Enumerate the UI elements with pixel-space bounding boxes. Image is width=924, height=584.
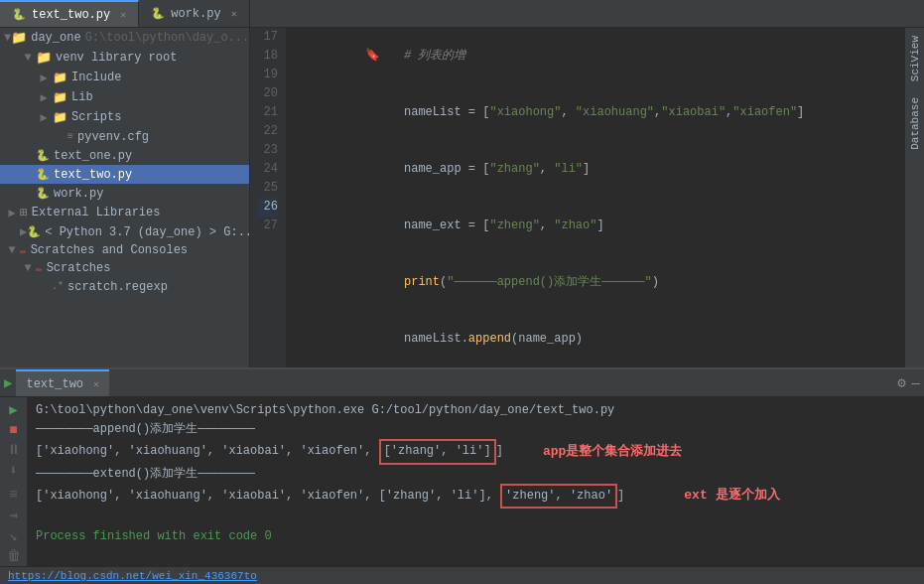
arrow-icon: ▼ [4, 243, 20, 257]
align-right-button[interactable]: ⇥ [4, 507, 24, 523]
code-line-22: 🔖nameList.append(name_app) [294, 311, 904, 367]
line-num-26: 26 [258, 198, 278, 217]
sidebar-label-text-one: text_one.py [54, 149, 132, 163]
output-boxed-zheng-zhao: 'zheng', 'zhao' [500, 484, 617, 509]
tab-work-close-icon[interactable]: ✕ [231, 8, 237, 20]
output-command-line: G:\tool\python\day_one\venv\Scripts\pyth… [36, 401, 916, 420]
editor-area: 17 18 19 20 21 22 23 24 25 26 27 🔖# 列表的增 [250, 28, 904, 367]
line-num-21: 21 [258, 103, 278, 122]
output-list-end: ] [496, 442, 503, 461]
bookmark-icon: 🔖 [365, 49, 380, 63]
code-editor[interactable]: 17 18 19 20 21 22 23 24 25 26 27 🔖# 列表的增 [250, 28, 904, 367]
code-line-17: 🔖# 列表的增 [294, 28, 904, 84]
bottom-panel: ▶ text_two ✕ ⚙ — ▶ ■ ⏸ ⬇ ≡ ⇥ ↘ 🗑 G:\tool… [0, 367, 924, 566]
arrow-icon: ▼ [4, 31, 11, 45]
arrow-icon: ▶ [20, 224, 27, 239]
line-num-20: 20 [258, 84, 278, 103]
output-content[interactable]: G:\tool\python\day_one\venv\Scripts\pyth… [28, 397, 924, 566]
sidebar-item-scratches[interactable]: ▼ ✏ Scratches [0, 259, 249, 277]
code-21: print("——————append()添加学生——————") [404, 275, 659, 289]
code-content[interactable]: 🔖# 列表的增 🔖nameList = ["xiaohong", "xiaohu… [286, 28, 904, 367]
sidebar-label-python37: < Python 3.7 (day_one) > G:... [45, 225, 250, 239]
minimize-icon[interactable]: — [912, 375, 920, 391]
tab-bar: 🐍 text_two.py ✕ 🐍 work.py ✕ [0, 0, 924, 28]
folder-icon: 📁 [52, 89, 67, 105]
sidebar-item-day-one[interactable]: ▼ 📁 day_one G:\tool\python\day_o... [0, 28, 249, 48]
sidebar-item-scripts[interactable]: ▶ 📁 Scripts [0, 107, 249, 127]
sidebar-label-day-one: day_one [31, 31, 80, 45]
sidebar-item-scratch-regexp[interactable]: ▶ .* scratch.regexp [0, 277, 249, 296]
pause-button[interactable]: ⏸ [4, 442, 24, 458]
sidebar-label-scratches: Scratches [47, 261, 111, 275]
py-icon2: 🐍 [151, 7, 165, 20]
sidebar-item-text-one[interactable]: ▶ 🐍 text_one.py [0, 146, 249, 165]
code-20: name_ext = ["zheng", "zhao"] [404, 219, 604, 232]
line-num-19: 19 [258, 66, 278, 84]
cfg-icon: ≡ [67, 131, 73, 142]
line-num-24: 24 [258, 160, 278, 179]
output-process-finished: Process finished with exit code 0 [36, 527, 916, 546]
database-label[interactable]: Database [907, 89, 923, 158]
output-extend-result: ['xiaohong', 'xiaohuang', 'xiaobai', 'xi… [36, 484, 916, 509]
output-annotation1: app是整个集合添加进去 [543, 442, 682, 463]
output-boxed-zhang-li: ['zhang', 'li'] [379, 439, 496, 464]
py-file-icon: 🐍 [36, 149, 50, 162]
sciview-label[interactable]: SciView [907, 28, 923, 89]
sidebar-label-text-two: text_two.py [54, 168, 132, 182]
align-button[interactable]: ≡ [4, 487, 24, 503]
run-icon: ▶ [4, 374, 12, 391]
py-file-icon: 🐍 [36, 168, 50, 181]
arrow-icon: ▼ [20, 51, 36, 65]
stop-button[interactable]: ■ [4, 422, 24, 438]
arrow-icon: ▼ [20, 261, 36, 275]
code-line-18: 🔖nameList = ["xiaohong", "xiaohuang","xi… [294, 84, 904, 141]
output-empty [36, 509, 916, 527]
sidebar-label-venv: venv library root [56, 51, 177, 65]
code-line-20: 🔖name_ext = ["zheng", "zhao"] [294, 198, 904, 254]
regexp-icon: .* [52, 281, 64, 292]
sidebar-label-pyvenv: pyvenv.cfg [77, 130, 149, 144]
sidebar-item-scratches-consoles[interactable]: ▼ ✏ Scratches and Consoles [0, 241, 249, 259]
py-icon: 🐍 [12, 8, 26, 21]
line-num-22: 22 [258, 122, 278, 141]
run-tab-close[interactable]: ✕ [93, 378, 99, 390]
sidebar-label-scratches-consoles: Scratches and Consoles [31, 243, 188, 257]
arrow-icon: ▶ [4, 206, 20, 220]
sidebar-label-work: work.py [54, 187, 103, 201]
output-extend-list-end: ] [617, 487, 624, 506]
sidebar-item-ext-libraries[interactable]: ▶ ⊞ External Libraries [0, 203, 249, 222]
code-19: name_app = ["zhang", "li"] [404, 162, 590, 176]
folder-icon: 📁 [52, 70, 67, 85]
main-area: ▼ 📁 day_one G:\tool\python\day_o... ▼ 📁 … [0, 28, 924, 367]
tab-text-two[interactable]: 🐍 text_two.py ✕ [0, 0, 139, 27]
line-numbers: 17 18 19 20 21 22 23 24 25 26 27 [250, 28, 286, 367]
sidebar-item-python37[interactable]: ▶ 🐍 < Python 3.7 (day_one) > G:... [0, 222, 249, 241]
sidebar-item-include[interactable]: ▶ 📁 Include [0, 68, 249, 87]
sidebar-item-text-two[interactable]: ▶ 🐍 text_two.py [0, 165, 249, 184]
arrow-icon: ▶ [36, 90, 52, 105]
arrow-icon: ▶ [36, 71, 52, 85]
run-button[interactable]: ▶ [4, 401, 24, 418]
folder-icon: 📁 [52, 109, 67, 125]
day-one-path: G:\tool\python\day_o... [85, 31, 250, 45]
sidebar-item-venv[interactable]: ▼ 📁 venv library root [0, 48, 249, 68]
output-list-start: ['xiaohong', 'xiaohuang', 'xiaobai', 'xi… [36, 442, 379, 461]
bottom-controls: ⚙ — [897, 374, 920, 391]
sidebar-item-work[interactable]: ▶ 🐍 work.py [0, 184, 249, 203]
line-num-23: 23 [258, 141, 278, 160]
run-tab-label: text_two [26, 377, 83, 391]
output-annotation2: ext 是逐个加入 [684, 486, 779, 507]
tab-close-icon[interactable]: ✕ [120, 9, 126, 21]
folder-icon: 📁 [36, 50, 52, 66]
scroll-end-button[interactable]: ↘ [4, 527, 24, 544]
run-tab-text-two[interactable]: text_two ✕ [16, 369, 109, 396]
settings-icon[interactable]: ⚙ [897, 374, 905, 391]
clear-button[interactable]: 🗑 [4, 548, 24, 564]
tab-work[interactable]: 🐍 work.py ✕ [139, 0, 249, 27]
sidebar-item-pyvenv[interactable]: ▶ ≡ pyvenv.cfg [0, 127, 249, 146]
step-down-button[interactable]: ⬇ [4, 462, 24, 479]
sidebar-item-lib[interactable]: ▶ 📁 Lib [0, 87, 249, 107]
status-link[interactable]: https://blog.csdn.net/wei_xin_436367to [8, 570, 257, 582]
python-icon: 🐍 [27, 225, 41, 238]
run-sidebar: ▶ ■ ⏸ ⬇ ≡ ⇥ ↘ 🗑 [0, 397, 28, 566]
